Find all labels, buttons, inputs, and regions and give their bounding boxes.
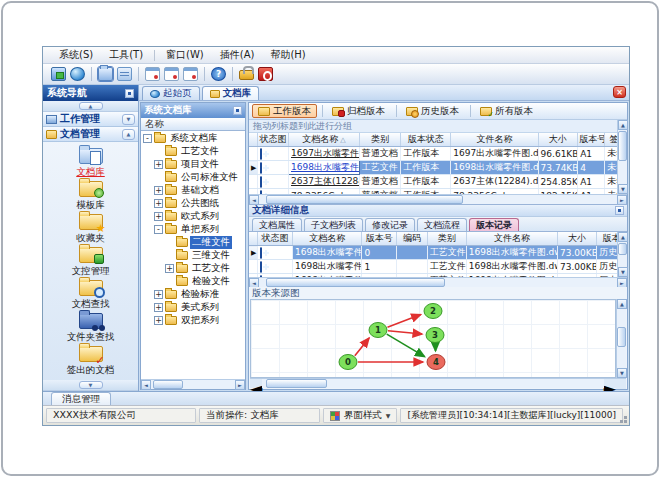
menu-item[interactable]: 帮助(H) (262, 47, 313, 63)
power-icon[interactable] (258, 67, 273, 81)
column-header-大小[interactable]: 大小 (558, 232, 597, 246)
tree-item[interactable]: +检验标准 (141, 288, 245, 301)
column-header-文件名称[interactable]: 文件名称 (451, 133, 538, 147)
version-table-vscrollbar[interactable]: ▲ ▼ (617, 232, 627, 277)
tree-item[interactable]: 工艺文件 (141, 145, 245, 158)
doc-new-icon[interactable] (145, 67, 160, 81)
detail-tab-子文档列表[interactable]: 子文档列表 (304, 218, 363, 231)
cell[interactable]: 1698出水嘴零件图.dwg (292, 260, 362, 274)
column-header-文档名称[interactable]: 文档名称△ (289, 133, 360, 147)
sidebar-item-docsearch[interactable]: 文档查找 (43, 280, 138, 313)
sidebar-item-doclib[interactable]: 文档库 (43, 148, 138, 181)
expand-icon[interactable]: + (154, 303, 163, 312)
pin-icon[interactable] (233, 106, 242, 115)
scroll-down-icon[interactable]: ▼ (618, 267, 628, 277)
document-table-hscrollbar[interactable]: ◄ ► (249, 194, 627, 204)
interface-style-dropdown[interactable]: 界面样式 ▼ (323, 408, 398, 423)
detail-tab-修改记录[interactable]: 修改记录 (365, 218, 415, 231)
tree-horizontal-scrollbar[interactable]: ◄ ► (141, 379, 245, 389)
close-icon[interactable]: × (613, 86, 626, 98)
tree-column-header[interactable]: 名称 (141, 118, 245, 131)
scrollbar-thumb[interactable] (618, 131, 627, 161)
collapse-icon[interactable]: - (154, 225, 163, 234)
cell[interactable]: 1697出水嘴零件图.dwg (289, 147, 360, 161)
document-table-vscrollbar[interactable]: ▲ ▼ (617, 120, 627, 194)
version-node-1[interactable]: 1 (369, 323, 387, 338)
help-icon[interactable] (211, 67, 226, 81)
column-header-类别[interactable]: 类别 (359, 133, 401, 147)
column-header-文件名称[interactable]: 文件名称 (466, 232, 557, 246)
scroll-left-icon[interactable]: ◄ (250, 379, 262, 388)
scroll-left-icon[interactable]: ◄ (141, 380, 151, 390)
table-row[interactable]: ▶1698出水嘴零件图.dwg工艺文件工作版本1698出水嘴零件图.dwg73.… (249, 161, 617, 175)
tree-item[interactable]: +项目文件 (141, 158, 245, 171)
table-row[interactable]: 2637主体(12284).dwg普通文档工作版本2637主体(12284).d… (249, 175, 617, 189)
tree-item[interactable]: 公司标准文件 (141, 171, 245, 184)
scroll-right-icon[interactable]: ► (235, 380, 245, 390)
collapse-down-button[interactable]: ▼ (79, 381, 103, 389)
menu-item[interactable]: 窗口(W) (158, 47, 212, 63)
tree-item[interactable]: 三维文件 (141, 249, 245, 262)
tree-item[interactable]: -单把系列 (141, 223, 245, 236)
sidebar-item-doccontrol[interactable]: 文控管理 (43, 247, 138, 280)
version-node-3[interactable]: 3 (426, 328, 444, 343)
expand-icon[interactable]: + (154, 212, 163, 221)
expand-icon[interactable]: + (154, 186, 163, 195)
column-header-大小[interactable]: 大小 (538, 133, 578, 147)
button-所有版本[interactable]: 所有版本 (474, 104, 539, 118)
column-header-签出状态[interactable]: 签出状态 (605, 133, 617, 147)
tree-item[interactable]: -系统文档库 (141, 132, 245, 145)
resize-grip[interactable] (617, 413, 627, 423)
scroll-up-icon[interactable]: ▲ (618, 232, 628, 242)
lock-icon[interactable] (239, 70, 254, 80)
sidebar-item-checkedout[interactable]: 签出的文档 (43, 346, 138, 379)
table-row[interactable]: ▶1698出水嘴零件图.dwg0工艺文件1698出水嘴零件图.dwg73.00K… (249, 246, 617, 260)
tree-item[interactable]: +公共图纸 (141, 197, 245, 210)
detail-tab-文档属性[interactable]: 文档属性 (252, 218, 302, 231)
version-table-hscrollbar[interactable]: ◄ ► (249, 277, 627, 287)
scrollbar-thumb[interactable] (266, 195, 463, 204)
table-row[interactable]: 1697出水嘴零件图.dwg普通文档工作版本1697出水嘴零件图.dwg96.6… (249, 147, 617, 161)
open-folder-icon[interactable] (98, 67, 113, 81)
pin-icon[interactable] (615, 206, 624, 215)
column-header-文档名称[interactable]: 文档名称 (292, 232, 362, 246)
expand-icon[interactable]: + (154, 199, 163, 208)
scrollbar-thumb[interactable] (266, 278, 445, 287)
sidebar-group-工作管理[interactable]: 工作管理▼ (43, 112, 138, 127)
cell[interactable]: 2637主体(12284).dwg (289, 175, 360, 189)
column-header-状态图[interactable]: 状态图 (258, 232, 293, 246)
tab-起始页[interactable]: 起始页 (142, 86, 200, 100)
column-header-类别[interactable]: 类别 (427, 232, 466, 246)
tree-item[interactable]: 二维文件 (141, 236, 245, 249)
tree-item[interactable]: +工艺文件 (141, 262, 245, 275)
scroll-up-icon[interactable]: ▲ (618, 120, 628, 130)
sidebar-item-foldersearch[interactable]: 文件夹查找 (43, 313, 138, 346)
scrollbar-thumb[interactable] (153, 380, 183, 389)
pin-icon[interactable] (125, 89, 134, 98)
sidebar-item-template[interactable]: 模板库 (43, 181, 138, 214)
scrollbar-thumb[interactable] (618, 243, 627, 256)
version-node-0[interactable]: 0 (339, 355, 357, 370)
expand-icon[interactable]: + (154, 160, 163, 169)
column-header-版本状态[interactable]: 版本状态 (401, 133, 451, 147)
expand-icon[interactable]: + (154, 290, 163, 299)
version-node-4[interactable]: 4 (427, 355, 445, 370)
group-by-bar[interactable]: 拖动列标题到此进行分组 (249, 120, 617, 133)
doc-edit-icon[interactable] (164, 67, 179, 81)
desktop-icon[interactable] (51, 67, 66, 81)
button-工作版本[interactable]: 工作版本 (252, 104, 317, 118)
button-归档版本[interactable]: 归档版本 (326, 104, 391, 118)
collapse-icon[interactable]: - (143, 134, 152, 143)
scrollbar-thumb[interactable] (266, 379, 327, 388)
scroll-down-icon[interactable]: ▼ (617, 368, 627, 378)
expand-icon[interactable]: + (154, 316, 163, 325)
scroll-down-icon[interactable]: ▼ (618, 184, 628, 194)
graph-hscrollbar[interactable]: ◄ ► (250, 378, 626, 388)
button-历史版本[interactable]: 历史版本 (400, 104, 465, 118)
tab-message-management[interactable]: 消息管理 (51, 392, 111, 405)
tree-item[interactable]: +双把系列 (141, 314, 245, 327)
detail-tab-版本记录[interactable]: 版本记录 (469, 218, 519, 231)
tree-item[interactable]: 检验文件 (141, 275, 245, 288)
scroll-right-icon[interactable]: ► (604, 379, 616, 388)
scroll-up-icon[interactable]: ▲ (617, 299, 627, 309)
